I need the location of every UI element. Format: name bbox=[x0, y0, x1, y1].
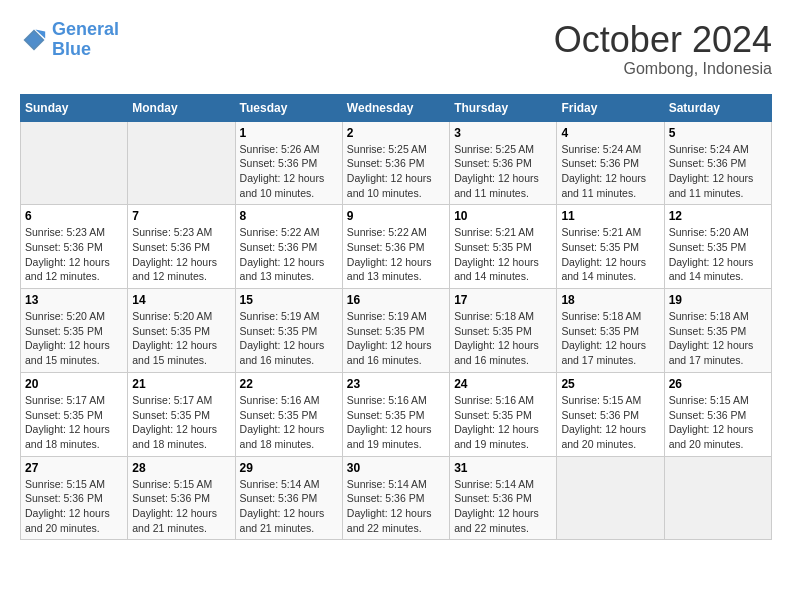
day-number: 11 bbox=[561, 209, 659, 223]
weekday-header: Tuesday bbox=[235, 94, 342, 121]
logo-icon bbox=[20, 26, 48, 54]
day-number: 27 bbox=[25, 461, 123, 475]
day-info: Sunrise: 5:19 AMSunset: 5:35 PMDaylight:… bbox=[240, 309, 338, 368]
day-info: Sunrise: 5:15 AMSunset: 5:36 PMDaylight:… bbox=[25, 477, 123, 536]
day-number: 21 bbox=[132, 377, 230, 391]
day-number: 4 bbox=[561, 126, 659, 140]
month-title: October 2024 bbox=[554, 20, 772, 60]
day-number: 18 bbox=[561, 293, 659, 307]
day-info: Sunrise: 5:14 AMSunset: 5:36 PMDaylight:… bbox=[347, 477, 445, 536]
day-info: Sunrise: 5:24 AMSunset: 5:36 PMDaylight:… bbox=[669, 142, 767, 201]
day-info: Sunrise: 5:16 AMSunset: 5:35 PMDaylight:… bbox=[454, 393, 552, 452]
calendar-cell: 26 Sunrise: 5:15 AMSunset: 5:36 PMDaylig… bbox=[664, 372, 771, 456]
day-info: Sunrise: 5:18 AMSunset: 5:35 PMDaylight:… bbox=[561, 309, 659, 368]
day-info: Sunrise: 5:22 AMSunset: 5:36 PMDaylight:… bbox=[240, 225, 338, 284]
weekday-header: Monday bbox=[128, 94, 235, 121]
day-info: Sunrise: 5:17 AMSunset: 5:35 PMDaylight:… bbox=[132, 393, 230, 452]
calendar-cell: 31 Sunrise: 5:14 AMSunset: 5:36 PMDaylig… bbox=[450, 456, 557, 540]
day-info: Sunrise: 5:25 AMSunset: 5:36 PMDaylight:… bbox=[454, 142, 552, 201]
calendar-cell: 15 Sunrise: 5:19 AMSunset: 5:35 PMDaylig… bbox=[235, 289, 342, 373]
day-info: Sunrise: 5:14 AMSunset: 5:36 PMDaylight:… bbox=[240, 477, 338, 536]
day-number: 20 bbox=[25, 377, 123, 391]
calendar-cell: 9 Sunrise: 5:22 AMSunset: 5:36 PMDayligh… bbox=[342, 205, 449, 289]
calendar-cell: 24 Sunrise: 5:16 AMSunset: 5:35 PMDaylig… bbox=[450, 372, 557, 456]
day-info: Sunrise: 5:21 AMSunset: 5:35 PMDaylight:… bbox=[454, 225, 552, 284]
calendar-week-row: 6 Sunrise: 5:23 AMSunset: 5:36 PMDayligh… bbox=[21, 205, 772, 289]
calendar-cell: 25 Sunrise: 5:15 AMSunset: 5:36 PMDaylig… bbox=[557, 372, 664, 456]
page-header: General Blue October 2024 Gombong, Indon… bbox=[20, 20, 772, 78]
day-info: Sunrise: 5:22 AMSunset: 5:36 PMDaylight:… bbox=[347, 225, 445, 284]
calendar-cell: 7 Sunrise: 5:23 AMSunset: 5:36 PMDayligh… bbox=[128, 205, 235, 289]
calendar-cell: 6 Sunrise: 5:23 AMSunset: 5:36 PMDayligh… bbox=[21, 205, 128, 289]
weekday-header: Saturday bbox=[664, 94, 771, 121]
day-info: Sunrise: 5:20 AMSunset: 5:35 PMDaylight:… bbox=[132, 309, 230, 368]
day-number: 24 bbox=[454, 377, 552, 391]
weekday-header: Thursday bbox=[450, 94, 557, 121]
day-info: Sunrise: 5:20 AMSunset: 5:35 PMDaylight:… bbox=[669, 225, 767, 284]
day-info: Sunrise: 5:26 AMSunset: 5:36 PMDaylight:… bbox=[240, 142, 338, 201]
day-number: 2 bbox=[347, 126, 445, 140]
day-info: Sunrise: 5:23 AMSunset: 5:36 PMDaylight:… bbox=[25, 225, 123, 284]
weekday-header: Friday bbox=[557, 94, 664, 121]
calendar-cell: 20 Sunrise: 5:17 AMSunset: 5:35 PMDaylig… bbox=[21, 372, 128, 456]
calendar-cell: 16 Sunrise: 5:19 AMSunset: 5:35 PMDaylig… bbox=[342, 289, 449, 373]
calendar-cell bbox=[557, 456, 664, 540]
weekday-header-row: SundayMondayTuesdayWednesdayThursdayFrid… bbox=[21, 94, 772, 121]
calendar-week-row: 13 Sunrise: 5:20 AMSunset: 5:35 PMDaylig… bbox=[21, 289, 772, 373]
day-info: Sunrise: 5:20 AMSunset: 5:35 PMDaylight:… bbox=[25, 309, 123, 368]
day-number: 25 bbox=[561, 377, 659, 391]
calendar-cell: 8 Sunrise: 5:22 AMSunset: 5:36 PMDayligh… bbox=[235, 205, 342, 289]
day-number: 3 bbox=[454, 126, 552, 140]
calendar-cell: 3 Sunrise: 5:25 AMSunset: 5:36 PMDayligh… bbox=[450, 121, 557, 205]
calendar-cell bbox=[21, 121, 128, 205]
calendar-cell bbox=[128, 121, 235, 205]
day-number: 23 bbox=[347, 377, 445, 391]
calendar-cell: 1 Sunrise: 5:26 AMSunset: 5:36 PMDayligh… bbox=[235, 121, 342, 205]
day-info: Sunrise: 5:15 AMSunset: 5:36 PMDaylight:… bbox=[132, 477, 230, 536]
day-number: 16 bbox=[347, 293, 445, 307]
day-info: Sunrise: 5:25 AMSunset: 5:36 PMDaylight:… bbox=[347, 142, 445, 201]
day-number: 12 bbox=[669, 209, 767, 223]
weekday-header: Wednesday bbox=[342, 94, 449, 121]
day-number: 31 bbox=[454, 461, 552, 475]
calendar-cell: 28 Sunrise: 5:15 AMSunset: 5:36 PMDaylig… bbox=[128, 456, 235, 540]
day-number: 17 bbox=[454, 293, 552, 307]
day-info: Sunrise: 5:18 AMSunset: 5:35 PMDaylight:… bbox=[454, 309, 552, 368]
day-info: Sunrise: 5:23 AMSunset: 5:36 PMDaylight:… bbox=[132, 225, 230, 284]
day-number: 15 bbox=[240, 293, 338, 307]
logo: General Blue bbox=[20, 20, 119, 60]
calendar-cell: 19 Sunrise: 5:18 AMSunset: 5:35 PMDaylig… bbox=[664, 289, 771, 373]
day-number: 9 bbox=[347, 209, 445, 223]
day-info: Sunrise: 5:16 AMSunset: 5:35 PMDaylight:… bbox=[240, 393, 338, 452]
calendar-cell: 23 Sunrise: 5:16 AMSunset: 5:35 PMDaylig… bbox=[342, 372, 449, 456]
calendar-cell: 12 Sunrise: 5:20 AMSunset: 5:35 PMDaylig… bbox=[664, 205, 771, 289]
day-info: Sunrise: 5:16 AMSunset: 5:35 PMDaylight:… bbox=[347, 393, 445, 452]
calendar-cell bbox=[664, 456, 771, 540]
day-number: 22 bbox=[240, 377, 338, 391]
day-info: Sunrise: 5:17 AMSunset: 5:35 PMDaylight:… bbox=[25, 393, 123, 452]
day-number: 5 bbox=[669, 126, 767, 140]
day-number: 13 bbox=[25, 293, 123, 307]
calendar-cell: 17 Sunrise: 5:18 AMSunset: 5:35 PMDaylig… bbox=[450, 289, 557, 373]
logo-text: General Blue bbox=[52, 20, 119, 60]
location-subtitle: Gombong, Indonesia bbox=[554, 60, 772, 78]
day-number: 6 bbox=[25, 209, 123, 223]
calendar-cell: 29 Sunrise: 5:14 AMSunset: 5:36 PMDaylig… bbox=[235, 456, 342, 540]
day-info: Sunrise: 5:21 AMSunset: 5:35 PMDaylight:… bbox=[561, 225, 659, 284]
calendar-cell: 5 Sunrise: 5:24 AMSunset: 5:36 PMDayligh… bbox=[664, 121, 771, 205]
day-number: 7 bbox=[132, 209, 230, 223]
day-info: Sunrise: 5:15 AMSunset: 5:36 PMDaylight:… bbox=[669, 393, 767, 452]
calendar-week-row: 1 Sunrise: 5:26 AMSunset: 5:36 PMDayligh… bbox=[21, 121, 772, 205]
calendar-week-row: 20 Sunrise: 5:17 AMSunset: 5:35 PMDaylig… bbox=[21, 372, 772, 456]
calendar-cell: 14 Sunrise: 5:20 AMSunset: 5:35 PMDaylig… bbox=[128, 289, 235, 373]
weekday-header: Sunday bbox=[21, 94, 128, 121]
day-number: 30 bbox=[347, 461, 445, 475]
calendar-table: SundayMondayTuesdayWednesdayThursdayFrid… bbox=[20, 94, 772, 541]
day-number: 19 bbox=[669, 293, 767, 307]
calendar-cell: 27 Sunrise: 5:15 AMSunset: 5:36 PMDaylig… bbox=[21, 456, 128, 540]
calendar-cell: 2 Sunrise: 5:25 AMSunset: 5:36 PMDayligh… bbox=[342, 121, 449, 205]
day-number: 29 bbox=[240, 461, 338, 475]
day-number: 26 bbox=[669, 377, 767, 391]
day-info: Sunrise: 5:19 AMSunset: 5:35 PMDaylight:… bbox=[347, 309, 445, 368]
calendar-cell: 11 Sunrise: 5:21 AMSunset: 5:35 PMDaylig… bbox=[557, 205, 664, 289]
